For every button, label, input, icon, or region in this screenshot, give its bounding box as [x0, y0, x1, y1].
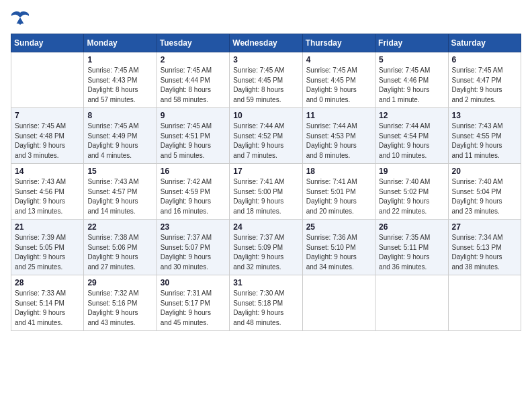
day-number: 11	[306, 111, 371, 120]
day-info: Sunrise: 7:42 AM Sunset: 4:59 PM Dayligh…	[161, 177, 226, 216]
day-number: 14	[15, 167, 80, 176]
day-number: 27	[452, 222, 517, 232]
day-number: 21	[15, 222, 80, 232]
calendar-cell	[302, 275, 375, 331]
day-info: Sunrise: 7:45 AM Sunset: 4:51 PM Dayligh…	[161, 122, 226, 161]
calendar-cell: 1Sunrise: 7:45 AM Sunset: 4:43 PM Daylig…	[84, 52, 157, 108]
calendar-cell: 5Sunrise: 7:45 AM Sunset: 4:46 PM Daylig…	[375, 52, 448, 108]
day-info: Sunrise: 7:43 AM Sunset: 4:57 PM Dayligh…	[87, 177, 152, 216]
calendar-cell: 31Sunrise: 7:30 AM Sunset: 5:18 PM Dayli…	[230, 275, 302, 331]
day-info: Sunrise: 7:30 AM Sunset: 5:18 PM Dayligh…	[233, 289, 298, 328]
day-info: Sunrise: 7:32 AM Sunset: 5:16 PM Dayligh…	[87, 289, 152, 328]
day-number: 29	[87, 278, 152, 287]
day-number: 25	[306, 222, 371, 232]
day-info: Sunrise: 7:31 AM Sunset: 5:17 PM Dayligh…	[161, 289, 226, 328]
calendar-cell: 30Sunrise: 7:31 AM Sunset: 5:17 PM Dayli…	[157, 275, 229, 331]
day-of-week-header: Thursday	[302, 34, 375, 52]
day-info: Sunrise: 7:40 AM Sunset: 5:02 PM Dayligh…	[379, 177, 444, 216]
calendar-cell	[448, 275, 521, 331]
day-info: Sunrise: 7:45 AM Sunset: 4:48 PM Dayligh…	[15, 122, 80, 161]
calendar-cell: 7Sunrise: 7:45 AM Sunset: 4:48 PM Daylig…	[11, 108, 84, 164]
calendar-cell: 18Sunrise: 7:41 AM Sunset: 5:01 PM Dayli…	[302, 164, 375, 220]
page-header	[11, 11, 521, 27]
logo-bird-icon	[11, 11, 30, 27]
day-number: 26	[379, 222, 444, 232]
day-of-week-header: Wednesday	[230, 34, 302, 52]
day-info: Sunrise: 7:39 AM Sunset: 5:05 PM Dayligh…	[15, 233, 80, 272]
day-of-week-header: Sunday	[11, 34, 84, 52]
day-number: 19	[379, 167, 444, 176]
day-info: Sunrise: 7:41 AM Sunset: 5:00 PM Dayligh…	[233, 177, 298, 216]
calendar-cell	[11, 52, 84, 108]
day-number: 13	[452, 111, 517, 120]
day-number: 31	[233, 278, 298, 287]
calendar-cell: 14Sunrise: 7:43 AM Sunset: 4:56 PM Dayli…	[11, 164, 84, 220]
calendar-cell	[375, 275, 448, 331]
calendar-week-row: 21Sunrise: 7:39 AM Sunset: 5:05 PM Dayli…	[11, 220, 521, 275]
day-of-week-header: Friday	[375, 34, 448, 52]
calendar-cell: 4Sunrise: 7:45 AM Sunset: 4:45 PM Daylig…	[302, 52, 375, 108]
day-number: 6	[452, 55, 517, 64]
day-info: Sunrise: 7:44 AM Sunset: 4:54 PM Dayligh…	[379, 122, 444, 161]
day-number: 7	[15, 111, 80, 120]
day-number: 3	[233, 55, 298, 64]
calendar-cell: 17Sunrise: 7:41 AM Sunset: 5:00 PM Dayli…	[230, 164, 302, 220]
calendar-cell: 24Sunrise: 7:37 AM Sunset: 5:09 PM Dayli…	[230, 220, 302, 275]
day-info: Sunrise: 7:34 AM Sunset: 5:13 PM Dayligh…	[452, 233, 517, 272]
calendar-cell: 22Sunrise: 7:38 AM Sunset: 5:06 PM Dayli…	[84, 220, 157, 275]
calendar-week-row: 28Sunrise: 7:33 AM Sunset: 5:14 PM Dayli…	[11, 275, 521, 331]
calendar-cell: 6Sunrise: 7:45 AM Sunset: 4:47 PM Daylig…	[448, 52, 521, 108]
calendar-cell: 13Sunrise: 7:43 AM Sunset: 4:55 PM Dayli…	[448, 108, 521, 164]
day-number: 4	[306, 55, 371, 64]
logo	[11, 11, 32, 27]
day-of-week-header: Saturday	[448, 34, 521, 52]
day-number: 20	[452, 167, 517, 176]
day-number: 2	[161, 55, 226, 64]
calendar-header-row: SundayMondayTuesdayWednesdayThursdayFrid…	[11, 34, 521, 52]
calendar-cell: 3Sunrise: 7:45 AM Sunset: 4:45 PM Daylig…	[230, 52, 302, 108]
calendar-cell: 27Sunrise: 7:34 AM Sunset: 5:13 PM Dayli…	[448, 220, 521, 275]
calendar-cell: 20Sunrise: 7:40 AM Sunset: 5:04 PM Dayli…	[448, 164, 521, 220]
day-number: 5	[379, 55, 444, 64]
day-info: Sunrise: 7:43 AM Sunset: 4:56 PM Dayligh…	[15, 177, 80, 216]
calendar-cell: 23Sunrise: 7:37 AM Sunset: 5:07 PM Dayli…	[157, 220, 229, 275]
calendar-cell: 21Sunrise: 7:39 AM Sunset: 5:05 PM Dayli…	[11, 220, 84, 275]
day-info: Sunrise: 7:44 AM Sunset: 4:52 PM Dayligh…	[233, 122, 298, 161]
calendar-cell: 10Sunrise: 7:44 AM Sunset: 4:52 PM Dayli…	[230, 108, 302, 164]
day-info: Sunrise: 7:41 AM Sunset: 5:01 PM Dayligh…	[306, 177, 371, 216]
day-number: 17	[233, 167, 298, 176]
calendar-week-row: 7Sunrise: 7:45 AM Sunset: 4:48 PM Daylig…	[11, 108, 521, 164]
day-info: Sunrise: 7:45 AM Sunset: 4:47 PM Dayligh…	[452, 66, 517, 105]
day-number: 12	[379, 111, 444, 120]
day-number: 15	[87, 167, 152, 176]
day-info: Sunrise: 7:37 AM Sunset: 5:09 PM Dayligh…	[233, 233, 298, 272]
calendar-cell: 28Sunrise: 7:33 AM Sunset: 5:14 PM Dayli…	[11, 275, 84, 331]
day-info: Sunrise: 7:45 AM Sunset: 4:44 PM Dayligh…	[161, 66, 226, 105]
day-number: 30	[161, 278, 226, 287]
day-info: Sunrise: 7:40 AM Sunset: 5:04 PM Dayligh…	[452, 177, 517, 216]
day-number: 16	[161, 167, 226, 176]
calendar-cell: 2Sunrise: 7:45 AM Sunset: 4:44 PM Daylig…	[157, 52, 229, 108]
day-info: Sunrise: 7:45 AM Sunset: 4:46 PM Dayligh…	[379, 66, 444, 105]
day-number: 24	[233, 222, 298, 232]
day-number: 28	[15, 278, 80, 287]
calendar-week-row: 1Sunrise: 7:45 AM Sunset: 4:43 PM Daylig…	[11, 52, 521, 108]
day-number: 9	[161, 111, 226, 120]
day-info: Sunrise: 7:45 AM Sunset: 4:43 PM Dayligh…	[87, 66, 152, 105]
calendar-table: SundayMondayTuesdayWednesdayThursdayFrid…	[11, 34, 521, 331]
day-info: Sunrise: 7:38 AM Sunset: 5:06 PM Dayligh…	[87, 233, 152, 272]
calendar-cell: 11Sunrise: 7:44 AM Sunset: 4:53 PM Dayli…	[302, 108, 375, 164]
day-info: Sunrise: 7:43 AM Sunset: 4:55 PM Dayligh…	[452, 122, 517, 161]
calendar-cell: 8Sunrise: 7:45 AM Sunset: 4:49 PM Daylig…	[84, 108, 157, 164]
calendar-cell: 12Sunrise: 7:44 AM Sunset: 4:54 PM Dayli…	[375, 108, 448, 164]
calendar-cell: 15Sunrise: 7:43 AM Sunset: 4:57 PM Dayli…	[84, 164, 157, 220]
calendar-cell: 9Sunrise: 7:45 AM Sunset: 4:51 PM Daylig…	[157, 108, 229, 164]
day-info: Sunrise: 7:36 AM Sunset: 5:10 PM Dayligh…	[306, 233, 371, 272]
day-of-week-header: Tuesday	[157, 34, 229, 52]
day-number: 18	[306, 167, 371, 176]
day-number: 23	[161, 222, 226, 232]
calendar-week-row: 14Sunrise: 7:43 AM Sunset: 4:56 PM Dayli…	[11, 164, 521, 220]
calendar-cell: 29Sunrise: 7:32 AM Sunset: 5:16 PM Dayli…	[84, 275, 157, 331]
day-info: Sunrise: 7:45 AM Sunset: 4:45 PM Dayligh…	[306, 66, 371, 105]
day-info: Sunrise: 7:37 AM Sunset: 5:07 PM Dayligh…	[161, 233, 226, 272]
